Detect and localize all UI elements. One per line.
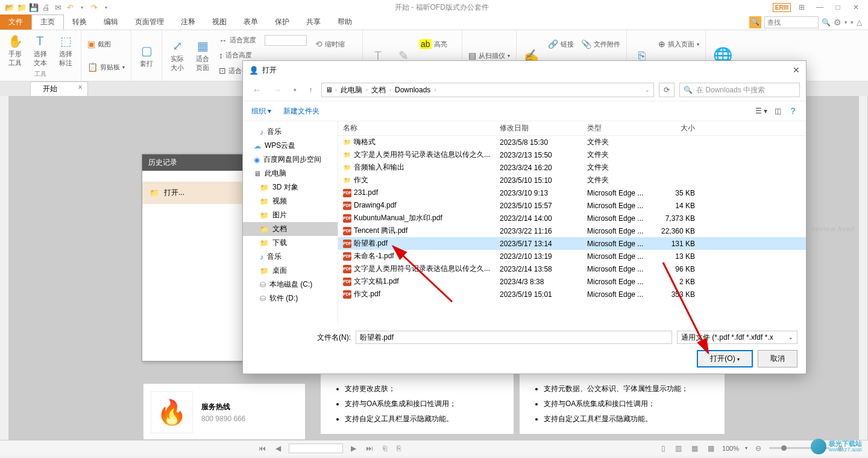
breadcrumb-downloads[interactable]: Downloads bbox=[394, 86, 432, 94]
highlight-button[interactable]: ab高亮 bbox=[418, 38, 457, 50]
insert-page-button[interactable]: ⊕插入页面▾ bbox=[657, 38, 700, 50]
maximize-icon[interactable]: □ bbox=[832, 3, 844, 11]
collapse-ribbon-icon[interactable]: △ bbox=[857, 18, 862, 27]
first-page-icon[interactable]: ⏮ bbox=[257, 444, 268, 453]
nav-back-icon[interactable]: ← bbox=[249, 83, 265, 97]
tab-annotate[interactable]: 注释 bbox=[172, 14, 204, 30]
from-scanner-button[interactable]: ▤从扫描仪▾ bbox=[467, 49, 511, 62]
filename-input[interactable] bbox=[356, 331, 672, 344]
tree-item[interactable]: 📁图片 bbox=[243, 208, 338, 222]
file-row[interactable]: PDF231.pdf2023/3/10 9:13Microsoft Edge .… bbox=[338, 186, 806, 199]
settings-dropdown-icon[interactable]: ▾ bbox=[844, 19, 848, 25]
tab-edit[interactable]: 编辑 bbox=[95, 14, 127, 30]
breadcrumb-pc[interactable]: 此电脑 bbox=[339, 85, 363, 95]
redo-icon[interactable]: ↷ bbox=[89, 2, 99, 12]
search-go-icon[interactable]: 🔍 bbox=[822, 18, 831, 27]
tab-protect[interactable]: 保护 bbox=[266, 14, 298, 30]
mail-icon[interactable]: ✉ bbox=[53, 2, 63, 12]
tree-item[interactable]: ⛁本地磁盘 (C:) bbox=[243, 278, 338, 291]
fit-width-button[interactable]: ↔适合宽度 bbox=[218, 34, 257, 46]
file-row[interactable]: PDF盼望着.pdf2023/5/17 13:14Microsoft Edge … bbox=[338, 237, 806, 250]
cancel-button[interactable]: 取消 bbox=[758, 350, 797, 367]
tree-item[interactable]: 📁桌面 bbox=[243, 264, 338, 278]
reflow-button[interactable]: ⟲缩时缩 bbox=[314, 38, 357, 50]
organize-button[interactable]: 组织 ▾ bbox=[251, 106, 271, 116]
file-row[interactable]: 📁作文2023/5/10 15:10文件夹 bbox=[338, 174, 806, 186]
fit-page-button[interactable]: ▦适合 页面 bbox=[192, 33, 213, 78]
fit-height-button[interactable]: ↕适合高度 bbox=[218, 49, 257, 62]
path-bar[interactable]: 🖥 › 此电脑 › 文档 › Downloads › ⌄ bbox=[321, 83, 654, 97]
tree-item[interactable]: 📁下载 bbox=[243, 236, 338, 250]
refresh-button[interactable]: ⟳ bbox=[659, 83, 675, 97]
tab-help[interactable]: 帮助 bbox=[329, 14, 360, 30]
zoom-out-icon[interactable]: ⊖ bbox=[753, 444, 763, 453]
tree-item[interactable]: 📁视频 bbox=[243, 194, 338, 208]
attachment-button[interactable]: 📎文件附件 bbox=[580, 38, 621, 50]
left-sidebar[interactable] bbox=[0, 96, 9, 440]
save-icon[interactable]: 💾 bbox=[29, 2, 39, 12]
undo-dropdown-icon[interactable]: ▾ bbox=[77, 2, 87, 12]
dropdown-icon[interactable]: ▾ bbox=[851, 19, 854, 25]
col-header-date[interactable]: 修改日期 bbox=[495, 123, 582, 133]
tab-home[interactable]: 主页 bbox=[31, 14, 64, 30]
redo-dropdown-icon[interactable]: ▾ bbox=[101, 2, 111, 12]
doc-tab-close-icon[interactable]: ✕ bbox=[78, 84, 83, 91]
open2-icon[interactable]: 📁 bbox=[17, 2, 27, 12]
open-button[interactable]: 打开(O) ▾ bbox=[697, 350, 753, 367]
folder-tree[interactable]: ♪音乐☁WPS云盘◉百度网盘同步空间🖥此电脑📁3D 对象📁视频📁图片📁文档📁下载… bbox=[243, 121, 338, 325]
next-page-icon[interactable]: ▶ bbox=[349, 444, 358, 453]
overlay-button[interactable]: ▢套打 bbox=[136, 33, 157, 78]
last-page-icon[interactable]: ⏭ bbox=[364, 444, 375, 453]
close-icon[interactable]: ✕ bbox=[850, 3, 862, 11]
layout-continuous-icon[interactable]: ▥ bbox=[673, 444, 684, 453]
open-icon[interactable]: 📂 bbox=[5, 2, 14, 12]
col-header-size[interactable]: 大小 bbox=[655, 123, 700, 133]
file-row[interactable]: 📁文字是人类用符号记录表达信息以传之久...2023/2/13 15:50文件夹 bbox=[338, 148, 806, 161]
breadcrumb-docs[interactable]: 文档 bbox=[370, 85, 387, 95]
file-menu[interactable]: 文件 bbox=[0, 14, 31, 30]
zoom-combo[interactable] bbox=[265, 35, 307, 46]
snapshot-button[interactable]: ▣截图 bbox=[86, 38, 126, 50]
nav-up-icon[interactable]: ↑ bbox=[305, 83, 316, 97]
print-icon[interactable]: 🖨 bbox=[41, 2, 51, 12]
tree-item[interactable]: 🖥此电脑 bbox=[243, 167, 338, 180]
tree-item[interactable]: 📁3D 对象 bbox=[243, 180, 338, 194]
tab-view[interactable]: 视图 bbox=[204, 14, 235, 30]
grid-icon[interactable]: ⊞ bbox=[796, 3, 808, 11]
tree-item[interactable]: 📁文档 bbox=[243, 222, 338, 236]
minimize-icon[interactable]: — bbox=[814, 3, 826, 11]
col-header-name[interactable]: 名称 bbox=[338, 123, 495, 133]
doc-tab-start[interactable]: 开始 ✕ bbox=[30, 81, 88, 96]
nav-recent-dropdown-icon[interactable]: ▾ bbox=[290, 85, 300, 95]
search-input[interactable] bbox=[764, 16, 819, 28]
file-row[interactable]: 📁音频输入和输出2023/3/24 16:20文件夹 bbox=[338, 161, 806, 174]
layout-facing-icon[interactable]: ▦ bbox=[690, 444, 700, 453]
prev-page-icon[interactable]: ◀ bbox=[274, 444, 283, 453]
help-icon[interactable]: ？ bbox=[788, 106, 797, 117]
file-row[interactable]: PDFDrawing4.pdf2023/5/10 15:57Microsoft … bbox=[338, 199, 806, 212]
tree-item[interactable]: ♪音乐 bbox=[243, 250, 338, 264]
file-list[interactable]: 名称 修改日期 类型 大小 📁嗨格式2023/5/8 15:30文件夹📁文字是人… bbox=[338, 121, 806, 325]
select-text-button[interactable]: Ꭲ选择 文本 bbox=[30, 33, 51, 69]
undo-icon[interactable]: ↶ bbox=[65, 2, 75, 12]
nav-prev-view-icon[interactable]: ⎗ bbox=[381, 444, 389, 453]
tree-item[interactable]: ♪音乐 bbox=[243, 125, 338, 139]
actual-size-button[interactable]: ⤢实际 大小 bbox=[167, 33, 187, 78]
clipboard-button[interactable]: 📋剪贴板▾ bbox=[86, 61, 126, 73]
preview-pane-button[interactable]: ◫ bbox=[775, 107, 781, 115]
path-dropdown-icon[interactable]: ⌄ bbox=[645, 87, 650, 93]
col-header-type[interactable]: 类型 bbox=[582, 123, 655, 133]
layout-cont-facing-icon[interactable]: ▩ bbox=[706, 444, 716, 453]
link-button[interactable]: 🔗链接 bbox=[547, 38, 575, 50]
tab-share[interactable]: 共享 bbox=[298, 14, 329, 30]
dialog-close-icon[interactable]: ✕ bbox=[793, 65, 800, 75]
file-row[interactable]: PDF文字是人类用符号记录表达信息以传之久...2023/2/14 13:58M… bbox=[338, 262, 806, 275]
tab-pagemgmt[interactable]: 页面管理 bbox=[127, 14, 172, 30]
page-number-input[interactable] bbox=[289, 444, 343, 453]
file-row[interactable]: PDFKubuntuManual_加水印.pdf2023/2/14 14:00M… bbox=[338, 212, 806, 224]
file-row[interactable]: PDF未命名-1.pdf2023/2/10 13:19Microsoft Edg… bbox=[338, 250, 806, 262]
hand-tool-button[interactable]: ✋手形 工具 bbox=[5, 33, 25, 69]
nav-forward-icon[interactable]: → bbox=[269, 83, 285, 97]
new-folder-button[interactable]: 新建文件夹 bbox=[283, 106, 319, 116]
dialog-search-input[interactable]: 🔍 在 Downloads 中搜索 bbox=[679, 83, 800, 97]
